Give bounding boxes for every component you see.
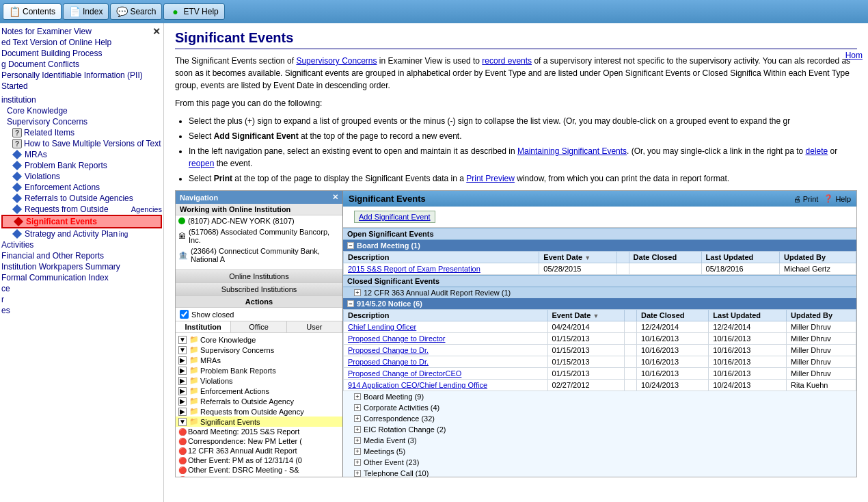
index-button[interactable]: 📄 Index bbox=[63, 3, 109, 20]
nav-panel-close[interactable]: ✕ bbox=[332, 193, 338, 202]
sidebar-item-financial[interactable]: Financial and Other Reports bbox=[1, 250, 162, 261]
home-link[interactable]: Hom bbox=[845, 51, 863, 60]
corporate-activities[interactable]: + Corporate Activities (4) bbox=[343, 402, 856, 413]
nav-inst-associated[interactable]: 🏛 (517068) Associated Community Bancorp,… bbox=[176, 226, 342, 246]
sidebar-item-started[interactable]: Started bbox=[1, 81, 162, 92]
nav-inst-connecticut[interactable]: 🏦 (23664) Connecticut Community Bank, Na… bbox=[176, 246, 342, 265]
sidebar-item-r[interactable]: r bbox=[1, 294, 162, 305]
tree-supervisory-concerns[interactable]: ▼ 📁 Supervisory Concerns bbox=[176, 345, 342, 355]
open-event-link-1[interactable]: 2015 S&S Report of Exam Presentation bbox=[348, 265, 480, 273]
tree-violations[interactable]: ▶ 📁 Violations bbox=[176, 375, 342, 386]
sidebar-item-notes-examiner[interactable]: Notes for Examiner View bbox=[1, 26, 162, 37]
sidebar-item-ce[interactable]: ce bbox=[1, 283, 162, 294]
corporate-expand[interactable]: + bbox=[354, 404, 361, 411]
page-icon-5: 🔴 bbox=[178, 466, 187, 474]
meetings-label: Meetings (5) bbox=[364, 447, 405, 455]
other-expand[interactable]: + bbox=[354, 459, 361, 466]
sidebar-item-institution[interactable]: institution bbox=[1, 94, 162, 105]
col-event-date-c[interactable]: Event Date ▼ bbox=[547, 310, 625, 321]
tree-board-meeting[interactable]: 🔴 Board Meeting: 2015 S&S Report bbox=[176, 427, 342, 436]
tree-problem-bank[interactable]: ▶ 📁 Problem Bank Reports bbox=[176, 365, 342, 375]
tree-cfr363[interactable]: 🔴 12 CFR 363 Annual Audit Report bbox=[176, 446, 342, 455]
maintaining-sig-events-link[interactable]: Maintaining Significant Events bbox=[517, 146, 627, 156]
tree-referrals[interactable]: ▶ 📁 Referrals to Outside Agency bbox=[176, 396, 342, 406]
sidebar-item-doc-building[interactable]: Document Building Process bbox=[1, 48, 162, 59]
closed-link-1[interactable]: Chief Lending Oficer bbox=[348, 323, 416, 331]
notice-bar[interactable]: − 914/5.20 Notice (6) bbox=[343, 298, 856, 309]
board-meeting-9[interactable]: + Board Meeting (9) bbox=[343, 391, 856, 402]
meetings-expand[interactable]: + bbox=[354, 448, 361, 455]
sidebar-item-strategy[interactable]: Strategy and Activity Plan ing bbox=[1, 228, 162, 239]
sidebar-item-referrals[interactable]: Referrals to Outside Agencies bbox=[1, 193, 162, 204]
nav-tab-user[interactable]: User bbox=[287, 321, 342, 332]
closed-link-2[interactable]: Proposed Change to Director bbox=[348, 334, 445, 343]
sidebar-item-pii[interactable]: Personally Identifiable Information (PII… bbox=[1, 70, 162, 81]
tree-sig-events[interactable]: ▼ 📁 Significant Events bbox=[176, 417, 342, 427]
tree-other1[interactable]: 🔴 Other Event: PM as of 12/31/14 (0 bbox=[176, 455, 342, 465]
sidebar-item-related-items[interactable]: ? Related Items bbox=[1, 127, 162, 138]
sidebar-item-save-multiple[interactable]: ? How to Save Multiple Versions of Text bbox=[1, 138, 162, 149]
tree-core-knowledge[interactable]: ▼ 📁 Core Knowledge bbox=[176, 334, 342, 345]
record-events-link[interactable]: record events bbox=[482, 56, 532, 66]
tree-requests[interactable]: ▶ 📁 Requests from Outside Agency bbox=[176, 406, 342, 417]
nav-tab-institution[interactable]: Institution bbox=[176, 321, 231, 332]
nav-tab-office[interactable]: Office bbox=[231, 321, 286, 332]
sidebar-item-supervisory-concerns[interactable]: Supervisory Concerns bbox=[1, 116, 162, 127]
tree-correspondence[interactable]: 🔴 Correspondence: New PM Letter ( bbox=[176, 436, 342, 446]
meetings-5[interactable]: + Meetings (5) bbox=[343, 446, 856, 457]
other-event-23[interactable]: + Other Event (23) bbox=[343, 457, 856, 468]
tree-enforcement[interactable]: ▶ 📁 Enforcement Actions bbox=[176, 386, 342, 396]
correspondence-expand[interactable]: + bbox=[354, 415, 361, 422]
telephone-call[interactable]: + Telephone Call (10) bbox=[343, 468, 856, 477]
print-preview-link[interactable]: Print Preview bbox=[466, 174, 515, 183]
closed-link-3[interactable]: Proposed Change to Dr. bbox=[348, 346, 429, 354]
subscribed-institutions-button[interactable]: Subscribed Institutions bbox=[176, 283, 342, 296]
sidebar-close-button[interactable]: ✕ bbox=[152, 26, 161, 37]
media-event[interactable]: + Media Event (3) bbox=[343, 435, 856, 446]
supervisory-concerns-link[interactable]: Supervisory Concerns bbox=[296, 56, 377, 66]
online-institutions-button[interactable]: Online Institutions bbox=[176, 270, 342, 283]
tree-other2[interactable]: 🔴 Other Event: DSRC Meeting - S& bbox=[176, 465, 342, 475]
col-event-date[interactable]: Event Date ▼ bbox=[539, 252, 616, 263]
sidebar-item-formal-comm[interactable]: Formal Communication Index bbox=[1, 272, 162, 283]
cfr363-expand[interactable]: + bbox=[354, 289, 361, 296]
correspondence-32[interactable]: + Correspondence (32) bbox=[343, 413, 856, 424]
notice-expand[interactable]: − bbox=[347, 300, 354, 307]
reopen-link[interactable]: reopen bbox=[189, 159, 214, 168]
nav-inst-adc[interactable]: (8107) ADC-NEW YORK (8107) bbox=[176, 215, 342, 226]
show-closed-checkbox[interactable] bbox=[180, 310, 189, 319]
print-button[interactable]: 🖨 Print bbox=[794, 195, 819, 203]
board-meeting-expand[interactable]: − bbox=[347, 242, 354, 249]
eic-expand[interactable]: + bbox=[354, 426, 361, 433]
closed-by-1: Miller Dhruv bbox=[787, 321, 856, 333]
help-button[interactable]: ❓ Help bbox=[824, 194, 851, 203]
sidebar-item-activities[interactable]: Activities bbox=[1, 239, 162, 250]
sidebar-item-sig-events[interactable]: Significant Events bbox=[3, 216, 161, 227]
closed-link-5[interactable]: Proposed Change of DirectorCEO bbox=[348, 369, 461, 378]
eic-rotation-2[interactable]: + EIC Rotation Change (2) bbox=[343, 424, 856, 435]
sidebar-item-problem-bank[interactable]: Problem Bank Reports bbox=[1, 160, 162, 171]
search-button[interactable]: 💬 Search bbox=[110, 3, 162, 20]
board-9-expand[interactable]: + bbox=[354, 393, 361, 400]
sidebar-item-requests-outside[interactable]: Requests from Outside bbox=[1, 204, 131, 215]
add-sig-event-link[interactable]: Add Significant Event bbox=[354, 211, 435, 223]
telephone-expand[interactable]: + bbox=[354, 470, 361, 477]
sidebar-item-institution-workpapers[interactable]: Institution Workpapers Summary bbox=[1, 261, 162, 272]
board-meeting-bar[interactable]: − Board Meeting (1) bbox=[343, 240, 856, 251]
sidebar-item-doc-conflicts[interactable]: g Document Conflicts bbox=[1, 59, 162, 70]
sidebar-item-text-version[interactable]: ed Text Version of Online Help bbox=[1, 37, 162, 48]
sidebar-item-core-knowledge[interactable]: Core Knowledge bbox=[1, 105, 162, 116]
tree-corr-3q14[interactable]: 🔴 Correspondence: 3Q14 Summary bbox=[176, 475, 342, 477]
closed-link-4[interactable]: Proposed Change to Dr. bbox=[348, 358, 429, 366]
sidebar-item-violations[interactable]: Violations bbox=[1, 171, 162, 182]
cfr363-group[interactable]: + 12 CFR 363 Annual Audit Report Review … bbox=[343, 287, 856, 298]
sidebar-item-enforcement[interactable]: Enforcement Actions bbox=[1, 182, 162, 193]
media-expand[interactable]: + bbox=[354, 437, 361, 444]
closed-link-6[interactable]: 914 Application CEO/Chief Lending Office bbox=[348, 381, 487, 389]
delete-link[interactable]: delete bbox=[806, 146, 828, 156]
sidebar-item-mras[interactable]: MRAs bbox=[1, 149, 162, 160]
tree-mras[interactable]: ▶ 📁 MRAs bbox=[176, 355, 342, 365]
sidebar-item-es[interactable]: es bbox=[1, 305, 162, 316]
contents-button[interactable]: 📋 Contents bbox=[3, 3, 62, 20]
etvhelp-button[interactable]: ● ETV Help bbox=[163, 3, 224, 20]
